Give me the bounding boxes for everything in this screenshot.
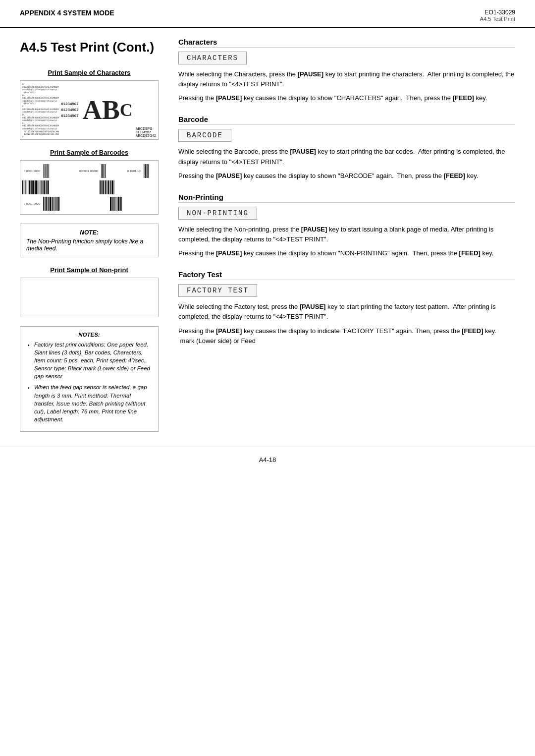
bc-bars-1c [144,164,156,178]
chars-sample-inner: A 01234567890ABCDEFGHIJKLMNOPQRSTUVWXYZ … [22,83,156,137]
svg-rect-49 [33,180,34,194]
svg-rect-72 [110,180,111,194]
svg-rect-18 [49,164,49,178]
chars-big-abc: ABC [83,83,133,137]
svg-rect-78 [46,197,47,211]
svg-rect-25 [103,164,104,178]
svg-rect-30 [105,164,106,178]
lcd-factory-test: FACTORY TEST [178,284,257,297]
nonprint-sample-box [20,278,159,317]
bc-label-3: 0 0001 0000 [22,202,40,205]
svg-rect-33 [144,164,145,178]
svg-rect-85 [54,197,54,211]
svg-rect-82 [50,197,51,211]
svg-rect-67 [105,180,105,194]
svg-rect-74 [114,180,114,194]
page-number: A4-18 [259,456,276,464]
svg-rect-81 [49,197,50,211]
factory-para1: While selecting the Factory test, press … [178,302,515,322]
svg-rect-14 [47,164,48,178]
barcode-row-2 [22,180,156,194]
svg-rect-51 [35,180,36,194]
svg-rect-88 [56,197,57,211]
bc-bars-3b [110,197,156,211]
chars-numbers: 01234567 01234567 01234567 [61,83,79,137]
svg-rect-73 [112,180,113,194]
notes-list: Factory test print conditions: One paper… [26,341,152,423]
svg-rect-92 [111,197,112,211]
nonprint-para2: Pressing the [PAUSE] key causes the disp… [178,248,515,258]
bc-bars-1b [101,164,113,178]
barcode-para1: While selecting the Barcode, press the [… [178,147,515,167]
section-body-characters: While selecting the Characters, press th… [178,69,515,103]
svg-rect-96 [116,197,116,211]
svg-rect-91 [110,197,111,211]
section-barcode: Barcode BARCODE While selecting the Barc… [178,115,515,180]
header-right: EO1-33029 A4.5 Test Print [480,9,515,22]
svg-rect-36 [146,164,147,178]
svg-rect-84 [53,197,53,211]
svg-rect-11 [46,164,47,178]
svg-rect-80 [48,197,49,211]
section-nonprinting: Non-Printing NON-PRINTING While selectin… [178,193,515,258]
svg-rect-63 [48,180,49,194]
bc-label-1: 0 0001 0000 [22,170,40,173]
svg-rect-65 [101,180,102,194]
svg-rect-94 [113,197,114,211]
notes-title: NOTES: [26,332,152,338]
svg-rect-47 [31,180,32,194]
chars-sample-box: A 01234567890ABCDEFGHIJKLMNOPQRSTUVWXYZ … [20,80,159,140]
bc-label-1b: 000001 00000 [58,170,98,173]
chars-heading: Print Sample of Characters [20,69,159,76]
svg-rect-77 [45,197,46,211]
svg-rect-58 [43,180,43,194]
lcd-nonprinting: NON-PRINTING [178,207,257,220]
barcode-row-1: 0 0001 0000 [22,164,156,178]
section-characters: Characters CHARACTERS While selecting th… [178,38,515,103]
lcd-characters: CHARACTERS [178,52,247,64]
chars-para1: While selecting the Characters, press th… [178,69,515,89]
section-title-characters: Characters [178,38,515,48]
svg-rect-29 [105,164,105,178]
nonprint-heading: Print Sample of Non-print [20,266,159,274]
bc-bars-1 [43,164,55,178]
svg-rect-68 [105,180,106,194]
svg-rect-48 [32,180,33,194]
barcode-para2: Pressing the [PAUSE] key causes the disp… [178,171,515,181]
svg-rect-41 [25,180,26,194]
svg-rect-34 [145,164,146,178]
chars-text-lines: A 01234567890ABCDEFGHIJKLMNOPQRSTUVWXYZ … [22,83,59,137]
page-header: APPENDIX 4 SYSTEM MODE EO1-33029 A4.5 Te… [0,0,535,28]
right-column: Characters CHARACTERS While selecting th… [168,38,515,432]
barcode-row-3: 0 0001 0000 [22,197,156,211]
svg-rect-64 [100,180,101,194]
svg-rect-43 [27,180,27,194]
chars-small-label: ABCDEFG 01234567 ABCDE7G42 [136,83,156,137]
bc-label-1c: 0 1001 10 [117,170,141,173]
svg-rect-59 [44,180,45,194]
svg-rect-57 [42,180,42,194]
section-factory-test: Factory Test FACTORY TEST While selectin… [178,270,515,346]
section-title-barcode: Barcode [178,115,515,125]
barcodes-heading: Print Sample of Barcodes [20,149,159,156]
section-title-nonprinting: Non-Printing [178,193,515,203]
note-title: NOTE: [26,229,152,236]
svg-rect-75 [43,197,44,211]
content-area: A4.5 Test Print (Cont.) Print Sample of … [0,28,535,442]
bc-bars-2b [100,180,156,194]
lcd-barcode: BARCODE [178,129,231,142]
svg-rect-32 [144,164,144,178]
svg-rect-98 [118,197,119,211]
header-sub: A4.5 Test Print [480,16,515,22]
header-title: APPENDIX 4 SYSTEM MODE [20,9,114,17]
section-body-nonprinting: While selecting the Non-printing, press … [178,225,515,258]
section-body-factory-test: While selecting the Factory test, press … [178,302,515,346]
svg-rect-97 [117,197,117,211]
page-footer: A4-18 [0,447,535,472]
svg-rect-66 [103,180,104,194]
svg-rect-69 [107,180,107,194]
svg-rect-56 [41,180,42,194]
header-code: EO1-33029 [480,9,515,16]
chars-para2: Pressing the [PAUSE] key causes the disp… [178,93,515,103]
section-title-factory-test: Factory Test [178,270,515,280]
